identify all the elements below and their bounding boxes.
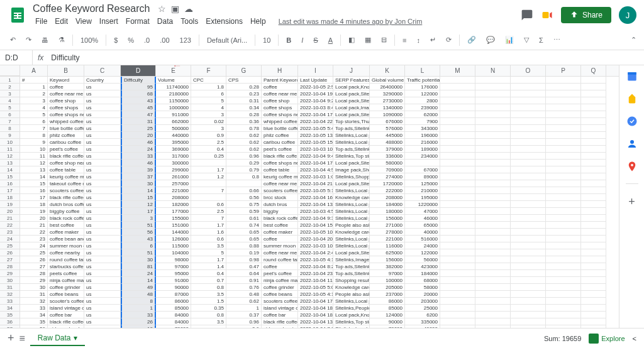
data-cell[interactable]: 709000 <box>370 166 405 173</box>
data-cell[interactable]: coffee near me <box>262 90 298 97</box>
data-cell[interactable]: 2022-10-04 17:2 <box>298 298 333 305</box>
data-cell[interactable]: 0.36 <box>226 118 262 125</box>
empty-cell[interactable] <box>581 222 606 229</box>
empty-cell[interactable] <box>475 312 511 318</box>
data-cell[interactable]: 0.47 <box>226 263 262 270</box>
row-header[interactable]: 27 <box>0 256 20 263</box>
empty-cell[interactable] <box>581 215 606 222</box>
data-cell[interactable]: 2022-10-04 17:2 <box>298 160 333 166</box>
empty-cell[interactable] <box>581 166 606 173</box>
sheet-tab-raw-data[interactable]: Raw Data ▾ <box>30 331 85 346</box>
data-cell[interactable]: blue bottle coffee <box>48 125 84 132</box>
empty-cell[interactable] <box>440 208 475 215</box>
data-cell[interactable]: 580000 <box>370 160 405 166</box>
data-cell[interactable]: Sitelinks,Shoppi <box>333 173 370 180</box>
empty-cell[interactable] <box>475 318 511 325</box>
data-cell[interactable]: 17 <box>121 208 156 215</box>
data-cell[interactable]: Local pack,Siteli <box>333 97 370 104</box>
data-cell[interactable]: 24 <box>121 146 156 153</box>
data-cell[interactable]: 222000 <box>370 187 405 194</box>
valign-btn[interactable]: ↕ <box>414 35 423 45</box>
data-cell[interactable]: 177000 <box>156 208 191 215</box>
data-cell[interactable]: 369000 <box>156 146 191 153</box>
data-cell[interactable]: 20 <box>121 132 156 139</box>
empty-cell[interactable] <box>440 90 475 97</box>
data-cell[interactable]: 7 <box>20 125 48 132</box>
data-cell[interactable]: coffee shops ne <box>262 160 298 166</box>
data-cell[interactable]: 12 <box>121 201 156 208</box>
data-cell[interactable]: 2022-10-04 4:55 <box>298 166 333 173</box>
empty-cell[interactable] <box>440 229 475 236</box>
data-cell[interactable]: Sitelinks,Local p <box>333 139 370 146</box>
data-cell[interactable]: 95000 <box>156 270 191 277</box>
data-cell[interactable] <box>191 194 226 201</box>
data-cell[interactable]: 7 <box>191 215 226 222</box>
empty-cell[interactable] <box>440 249 475 256</box>
menu-file[interactable]: File <box>33 16 50 27</box>
data-cell[interactable]: us <box>84 318 121 325</box>
data-cell[interactable]: 30 <box>121 180 156 187</box>
contacts-icon[interactable] <box>626 138 638 149</box>
empty-cell[interactable] <box>546 270 581 277</box>
data-cell[interactable]: coffee near me <box>262 180 298 187</box>
empty-cell[interactable] <box>581 125 606 132</box>
empty-cell[interactable] <box>440 104 475 111</box>
data-cell[interactable]: 6 <box>191 90 226 97</box>
data-cell[interactable]: Sitelinks,Local p <box>333 208 370 215</box>
empty-cell[interactable] <box>581 118 606 125</box>
data-cell[interactable]: 125000 <box>405 180 440 187</box>
col-header-E[interactable]: E <box>156 65 191 76</box>
data-cell[interactable]: 87000 <box>156 291 191 298</box>
empty-cell[interactable] <box>546 242 581 249</box>
data-cell[interactable]: us <box>84 270 121 277</box>
data-cell[interactable]: 3 <box>191 111 226 118</box>
data-cell[interactable]: us <box>84 256 121 263</box>
row-header[interactable]: 15 <box>0 173 20 180</box>
data-cell[interactable]: 0.02 <box>191 118 226 125</box>
data-cell[interactable]: Shopping results <box>333 277 370 284</box>
data-cell[interactable]: coffee <box>262 236 298 242</box>
empty-cell[interactable] <box>440 215 475 222</box>
data-cell[interactable]: 278000 <box>370 229 405 236</box>
data-cell[interactable]: 2730000 <box>370 97 405 104</box>
data-cell[interactable]: 0.8 <box>226 173 262 180</box>
empty-cell[interactable] <box>440 118 475 125</box>
data-cell[interactable]: 1.6 <box>191 229 226 236</box>
empty-cell[interactable] <box>475 153 511 160</box>
data-cell[interactable]: 37 <box>121 173 156 180</box>
empty-cell[interactable] <box>511 201 546 208</box>
empty-cell[interactable] <box>511 263 546 270</box>
data-cell[interactable]: 0.4 <box>191 146 226 153</box>
empty-cell[interactable] <box>440 180 475 187</box>
row-header[interactable]: 2 <box>0 84 20 90</box>
data-cell[interactable]: 2022-10-04 11:0 <box>298 277 333 284</box>
data-cell[interactable]: 49 <box>121 284 156 291</box>
formula-input[interactable]: Difficulty <box>48 53 644 62</box>
data-cell[interactable]: coffee <box>48 84 84 90</box>
data-cell[interactable]: 5 <box>191 97 226 104</box>
row-header[interactable]: 22 <box>0 222 20 229</box>
data-cell[interactable]: 440000 <box>156 132 191 139</box>
data-cell[interactable]: 2022-10-05 15:0 <box>298 139 333 146</box>
data-cell[interactable]: Top ads,Sitelink <box>333 270 370 277</box>
data-cell[interactable]: 3 <box>20 97 48 104</box>
empty-cell[interactable] <box>440 146 475 153</box>
add-addon-icon[interactable]: + <box>626 195 638 207</box>
empty-cell[interactable] <box>546 215 581 222</box>
data-cell[interactable]: 2022-10-03 10:4 <box>298 242 333 249</box>
data-cell[interactable]: 62000 <box>405 111 440 118</box>
data-cell[interactable]: 33 <box>20 305 48 312</box>
data-cell[interactable]: 0.76 <box>226 284 262 291</box>
data-cell[interactable]: 261000 <box>156 173 191 180</box>
data-cell[interactable]: 124000 <box>370 312 405 318</box>
data-cell[interactable]: 13 <box>20 166 48 173</box>
data-cell[interactable]: 151000 <box>156 222 191 229</box>
data-cell[interactable]: 90000 <box>370 318 405 325</box>
data-cell[interactable]: 2022-10-05 10:1 <box>298 229 333 236</box>
data-cell[interactable]: 19 <box>20 208 48 215</box>
data-cell[interactable]: 126000 <box>156 236 191 242</box>
data-cell[interactable]: 56000 <box>405 256 440 263</box>
data-cell[interactable]: 237000 <box>370 291 405 298</box>
empty-cell[interactable] <box>511 153 546 160</box>
empty-cell[interactable] <box>440 305 475 312</box>
